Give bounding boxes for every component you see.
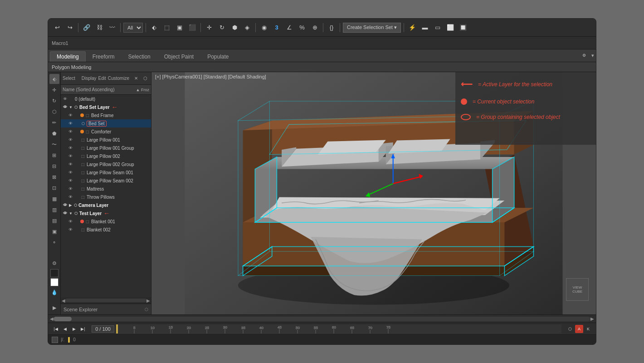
scroll-right-arrow[interactable]: ▶ xyxy=(590,316,594,321)
tree-item-large-pillow-seam-002[interactable]: 👁 ⬚ Large Pillow Seam 002 xyxy=(61,177,151,185)
unlink-btn[interactable]: ⛓ xyxy=(94,22,105,33)
tree-item-comforter[interactable]: 👁 ⬚ Comforter xyxy=(61,128,151,136)
bind-btn[interactable]: 〰 xyxy=(107,22,117,33)
tool-spline[interactable]: 〜 xyxy=(49,139,59,149)
render-extra-btn[interactable]: 🔲 xyxy=(458,22,468,33)
svg-text:10: 10 xyxy=(151,326,155,330)
tool-rotate[interactable]: ↻ xyxy=(49,96,59,106)
scale-btn[interactable]: ⬢ xyxy=(229,22,240,33)
tool-eyedropper[interactable]: 💧 xyxy=(49,287,59,297)
item-label: Test Layer xyxy=(79,211,102,216)
scene-edit-label: Edit xyxy=(98,76,106,81)
expand-btn[interactable]: ▶ xyxy=(49,303,59,313)
scene-close-btn[interactable]: ✕ xyxy=(132,74,140,83)
tool-extrude[interactable]: ▥ xyxy=(49,205,59,215)
ref-coord-btn[interactable]: ◉ xyxy=(259,22,269,33)
timeline-play-btn[interactable]: ▶ xyxy=(70,325,78,333)
tool-element[interactable]: ▦ xyxy=(49,194,59,204)
annotation-text-1: = Active Layer for the selection xyxy=(478,81,552,88)
select-region-btn[interactable]: ⬚ xyxy=(161,22,172,33)
render-btn[interactable]: ⚡ xyxy=(407,22,418,33)
spinner-snap-btn[interactable]: ⊕ xyxy=(309,22,320,33)
tab-populate[interactable]: Populate xyxy=(200,51,235,62)
tree-item-mattress[interactable]: 👁 ⬚ Mattress xyxy=(61,185,151,193)
tree-item-camera-layer[interactable]: 👁 ▶ ⬡ Camera Layer xyxy=(61,201,151,209)
set-key-btn[interactable]: K xyxy=(584,325,592,333)
tree-item-bed-set-layer[interactable]: 👁 ▼ ⬡ Bed Set Layer ← xyxy=(61,103,151,111)
scene-expand-icon[interactable]: ⬡ xyxy=(145,307,148,312)
auto-key-btn[interactable]: A xyxy=(575,325,583,333)
render-frame-btn[interactable]: ▬ xyxy=(420,22,430,33)
rotate-btn[interactable]: ↻ xyxy=(216,22,227,33)
tab-freeform[interactable]: Freeform xyxy=(86,51,122,62)
tool-select[interactable]: ⬖ xyxy=(49,74,59,84)
squash-btn[interactable]: ◈ xyxy=(242,22,253,33)
sep5 xyxy=(255,23,256,32)
tree-item-large-pillow-002[interactable]: 👁 ⬚ Large Pillow 002 xyxy=(61,152,151,160)
tool-bevel[interactable]: ▣ xyxy=(49,226,59,236)
tree-item-large-pillow-seam-001[interactable]: 👁 ⬚ Large Pillow Seam 001 xyxy=(61,168,151,177)
scene-filter-btn[interactable]: ⬡ xyxy=(141,74,149,83)
scroll-left-arrow[interactable]: ◀ xyxy=(50,316,54,321)
hscroll-right[interactable]: ▶ xyxy=(146,298,150,303)
scene-tree[interactable]: 👁 0 (default) 👁 ▼ ⬡ Bed Set Layer ← 👁 xyxy=(61,95,151,297)
undo-button[interactable]: ↩ xyxy=(52,22,63,33)
tab-modeling[interactable]: Modeling xyxy=(50,51,86,62)
tree-item-default[interactable]: 👁 0 (default) xyxy=(61,95,151,103)
scene-hscroll[interactable]: ◀ ▶ xyxy=(61,297,151,304)
tree-item-throw-pillows[interactable]: 👁 ⬚ Throw Pillows xyxy=(61,193,151,201)
tool-paint[interactable]: ✏ xyxy=(49,118,59,128)
tool-ring[interactable]: ⊠ xyxy=(49,172,59,182)
timeline-next-btn[interactable]: ▶| xyxy=(79,325,87,333)
tool-polygon[interactable]: ⬟ xyxy=(49,128,59,138)
color-swatch-dark[interactable] xyxy=(50,269,59,277)
render-view-btn[interactable]: ▭ xyxy=(432,22,443,33)
tool-edge[interactable]: ⊞ xyxy=(49,150,59,160)
snap-btn[interactable]: 3 xyxy=(271,22,282,33)
tab-selection[interactable]: Selection xyxy=(121,51,157,62)
select-lasso-btn[interactable]: ⬛ xyxy=(187,22,198,33)
tool-scale[interactable]: ⬡ xyxy=(49,107,59,117)
key-mode-btn[interactable]: ⬡ xyxy=(566,325,574,333)
tool-inset[interactable]: ▤ xyxy=(49,216,59,226)
timeline-ruler[interactable]: 5 10 15 20 25 30 35 40 45 50 55 60 65 70… xyxy=(116,324,561,334)
tool-move[interactable]: ✛ xyxy=(49,85,59,95)
select-box-btn[interactable]: ▣ xyxy=(174,22,185,33)
tree-item-large-pillow-001-group[interactable]: 👁 ⬚ Large Pillow 001 Group xyxy=(61,144,151,152)
cam-icon xyxy=(74,162,80,167)
tool-loop[interactable]: ⊟ xyxy=(49,161,59,171)
link-btn[interactable]: 🔗 xyxy=(81,22,92,33)
tree-item-bed-frame[interactable]: 👁 ⬚ Bed Frame xyxy=(61,111,151,119)
bottom-scroll[interactable]: ◀ ▶ xyxy=(48,314,596,323)
angle-snap-btn[interactable]: ∠ xyxy=(284,22,295,33)
scene-header-froz: ▲ Froz xyxy=(136,88,149,92)
hscroll-left[interactable]: ◀ xyxy=(62,298,65,303)
tree-item-bed-set[interactable]: 👁 ⬡ Bed Set xyxy=(61,119,151,128)
tab-settings-btn[interactable]: ⚙ xyxy=(579,50,590,61)
tree-item-test-layer[interactable]: 👁 ▼ ⬡ Test Layer ← xyxy=(61,209,151,217)
render-scene-btn[interactable]: ⬜ xyxy=(445,22,456,33)
select-btn[interactable]: ⬖ xyxy=(149,22,160,33)
sep2 xyxy=(120,23,121,32)
viewport[interactable]: [+] [PhysCamera001] [Standard] [Default … xyxy=(151,72,596,314)
view-cube[interactable]: VIEWCUBE xyxy=(566,278,589,301)
timeline-counter[interactable]: 0 / 100 xyxy=(92,325,114,333)
tool-border[interactable]: ⊡ xyxy=(49,183,59,193)
tab-object-paint[interactable]: Object Paint xyxy=(157,51,200,62)
tree-item-large-pillow-001[interactable]: 👁 ⬚ Large Pillow 001 xyxy=(61,136,151,144)
layer-dropdown[interactable]: All xyxy=(123,23,143,33)
tree-item-large-pillow-002-group[interactable]: 👁 ⬚ Large Pillow 002 Group xyxy=(61,160,151,168)
tree-item-blanket-002[interactable]: 👁 ⬚ Blanket 002 xyxy=(61,226,151,234)
tool-filter[interactable]: ⚙ xyxy=(49,258,59,268)
timeline-prev-btn[interactable]: ◀ xyxy=(61,325,69,333)
annotation-text-3: = Group containing selected object xyxy=(476,114,560,120)
create-selection-set-button[interactable]: Create Selection Set ▾ xyxy=(343,23,401,33)
pct-snap-btn[interactable]: % xyxy=(297,22,307,33)
tool-connect[interactable]: ⚬ xyxy=(49,237,59,247)
redo-button[interactable]: ↪ xyxy=(64,22,75,33)
color-swatch-light[interactable] xyxy=(50,278,59,286)
named-sel-btn[interactable]: {} xyxy=(326,22,337,33)
tree-item-blanket-001[interactable]: 👁 ⬚ Blanket 001 xyxy=(61,217,151,226)
move-btn[interactable]: ✛ xyxy=(204,22,215,33)
timeline-start-btn[interactable]: |◀ xyxy=(52,325,60,333)
